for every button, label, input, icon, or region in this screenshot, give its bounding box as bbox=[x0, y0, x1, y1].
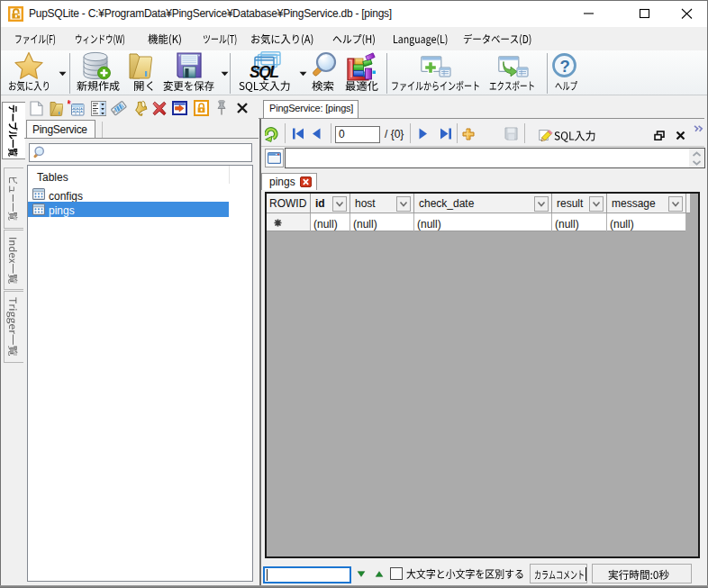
svg-text:SQL: SQL bbox=[250, 63, 278, 81]
svg-text:*: * bbox=[68, 100, 71, 111]
svg-text:?: ? bbox=[560, 57, 570, 76]
